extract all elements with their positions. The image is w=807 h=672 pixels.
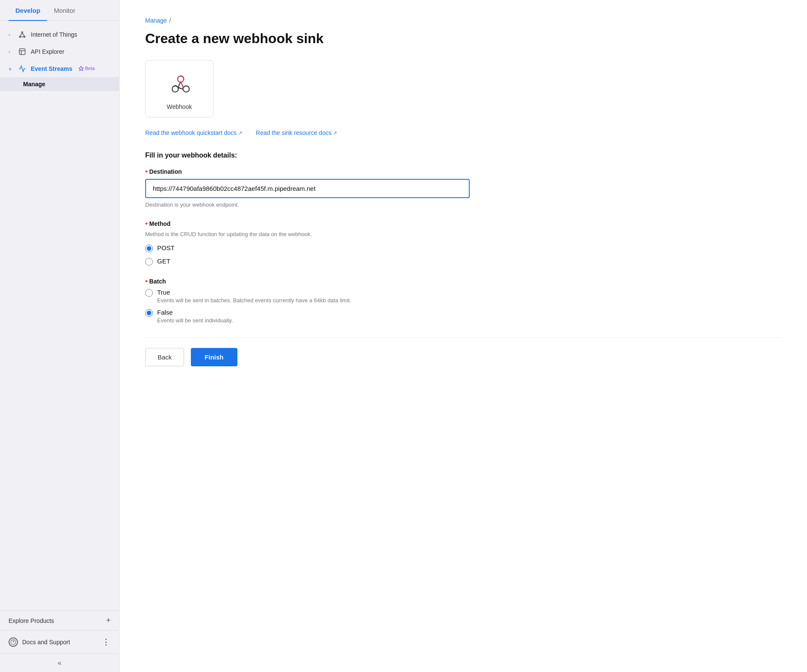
svg-point-0 [22,32,23,33]
collapse-sidebar-button[interactable]: « [0,654,119,672]
sidebar-nav: › Internet of Things › [0,21,119,611]
sidebar-item-api-explorer[interactable]: › API Explorer [0,43,119,60]
breadcrumb: Manage / [145,17,781,24]
sink-resource-docs-link[interactable]: Read the sink resource docs ↗ [256,129,337,136]
form-actions: Back Finish [145,337,781,366]
manage-label: Manage [23,81,45,88]
chevron-right-icon-api: › [9,50,14,54]
method-label-text: Method [149,220,171,227]
external-link-icon-1: ↗ [238,130,242,136]
tab-develop[interactable]: Develop [9,0,47,21]
iot-icon [18,30,26,39]
beta-badge: Beta [78,66,95,72]
batch-radio-false[interactable] [145,309,153,317]
sidebar-subitem-manage[interactable]: Manage [0,77,119,91]
batch-false-sublabel: Events will be sent individually. [157,317,233,324]
batch-true-label: True [157,289,170,296]
external-link-icon-2: ↗ [333,130,337,136]
page-title: Create a new webhook sink [145,31,781,47]
destination-required-dot: • [145,168,148,175]
destination-field-label: • Destination [145,168,781,175]
batch-option-false[interactable]: False Events will be sent individually. [145,309,781,324]
explore-products-section[interactable]: Explore Products + [0,611,119,630]
api-explorer-label: API Explorer [31,48,64,55]
back-button[interactable]: Back [145,348,184,366]
method-option-get[interactable]: GET [145,257,781,266]
svg-line-4 [22,33,24,36]
method-post-label: POST [157,244,175,251]
explore-products-label: Explore Products [9,617,54,624]
more-options-icon[interactable]: ⋮ [102,637,111,647]
main-content: Manage / Create a new webhook sink We [120,0,807,672]
method-option-post[interactable]: POST [145,244,781,252]
svg-point-12 [183,86,189,92]
webhook-type-card[interactable]: Webhook [145,60,213,117]
chevron-down-icon-events: ∨ [9,67,14,71]
chevron-right-icon: › [9,32,14,37]
method-field-label: • Method [145,220,781,228]
docs-support-item[interactable]: Docs and Support [9,637,70,647]
method-radio-group: POST GET [145,244,781,266]
quickstart-docs-link[interactable]: Read the webhook quickstart docs ↗ [145,129,242,136]
method-hint: Method is the CRUD function for updating… [145,231,781,237]
finish-button[interactable]: Finish [191,348,237,366]
batch-field-label: • Batch [145,278,781,285]
batch-required-dot: • [145,278,148,285]
batch-radio-group: True Events will be sent in batches. Bat… [145,289,781,324]
method-radio-post[interactable] [145,245,153,252]
sidebar-item-internet-of-things[interactable]: › Internet of Things [0,26,119,43]
batch-radio-true[interactable] [145,289,153,297]
add-product-icon[interactable]: + [106,616,111,625]
webhook-icon [166,71,193,98]
api-icon [18,47,26,56]
sidebar-tabs: Develop Monitor [0,0,119,21]
tab-monitor[interactable]: Monitor [47,0,82,21]
collapse-icon: « [58,659,61,667]
event-streams-label: Event Streams [31,65,72,72]
quickstart-docs-label: Read the webhook quickstart docs [145,129,237,136]
sidebar: Develop Monitor › Internet of Things › [0,0,120,672]
sidebar-footer: Docs and Support ⋮ [0,630,119,654]
method-get-label: GET [157,257,170,265]
breadcrumb-manage-link[interactable]: Manage [145,17,167,24]
batch-option-true[interactable]: True Events will be sent in batches. Bat… [145,289,781,304]
event-streams-icon [18,64,26,73]
destination-input[interactable] [145,179,470,198]
destination-label-text: Destination [149,168,182,175]
sink-resource-docs-label: Read the sink resource docs [256,129,331,136]
sidebar-item-event-streams[interactable]: ∨ Event Streams Beta [0,60,119,77]
batch-true-sublabel: Events will be sent in batches. Batched … [157,297,351,304]
svg-rect-6 [19,49,25,55]
doc-links: Read the webhook quickstart docs ↗ Read … [145,129,781,136]
iot-label: Internet of Things [31,31,77,38]
docs-support-icon [9,637,18,647]
batch-false-label: False [157,309,173,316]
method-required-dot: • [145,220,148,228]
docs-support-label: Docs and Support [22,639,70,646]
section-title: Fill in your webhook details: [145,152,781,159]
breadcrumb-separator: / [170,17,171,24]
method-radio-get[interactable] [145,258,153,266]
webhook-type-label: Webhook [167,103,192,110]
destination-hint: Destination is your webhook endpoint. [145,202,781,208]
svg-line-3 [20,33,22,36]
batch-label-text: Batch [149,278,166,285]
